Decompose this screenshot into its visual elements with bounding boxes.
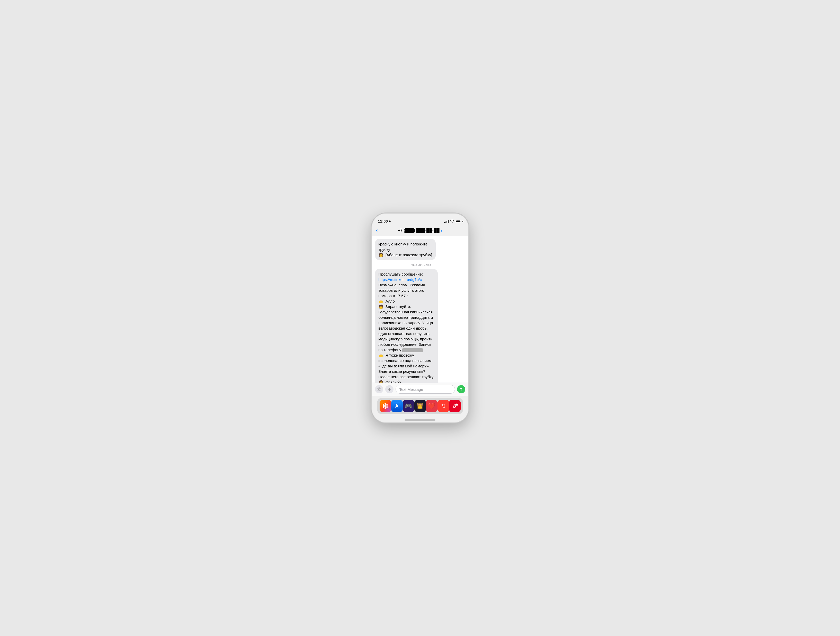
bubble-line13: любое исследование. Запись — [379, 342, 431, 347]
bubble-line18: Знаете какие результаты? — [379, 369, 425, 374]
svg-point-6 — [384, 407, 386, 409]
tinkoff-link[interactable]: https://m.tinkoff.ru/dg7p/c — [379, 277, 422, 282]
camera-button[interactable] — [375, 385, 383, 393]
bubble-line10: велозаводская один дробь, — [379, 326, 428, 330]
bubble-line8: больница номер тринадцать и — [379, 315, 433, 320]
dock-icon-game1[interactable]: 🎮 — [403, 400, 414, 412]
previous-bubble: красную кнопку и положите трубку 🧑: [Або… — [375, 239, 436, 260]
input-placeholder: Text Message — [399, 387, 423, 391]
home-bar — [404, 419, 436, 421]
message-input[interactable]: Text Message — [396, 385, 455, 394]
svg-point-1 — [378, 389, 380, 390]
bubble-line5: 👑: Алло — [379, 299, 395, 303]
notch — [401, 213, 439, 221]
bubble-line17: «Где вы взяли мой номер?». — [379, 364, 430, 368]
dock-area: A 🎮 👸 ❤️ Ч 𝒫 — [372, 396, 468, 417]
info-chevron-icon: › — [441, 229, 442, 233]
dock-icon-appstore[interactable]: A — [391, 400, 403, 412]
main-message-wrapper: Прослушать сообщение: https://m.tinkoff.… — [372, 268, 468, 383]
previous-message-block: красную кнопку и положите трубку 🧑: [Або… — [372, 238, 468, 261]
dock-icon-pinterest[interactable]: 𝒫 — [449, 400, 461, 412]
bubble-line14: по телефону — [379, 347, 401, 352]
bubble-line6: 🧑: Здравствуйте. — [379, 305, 411, 309]
dock-icon-photos[interactable] — [380, 400, 391, 412]
bubble-line3: товаров или услуг с этого — [379, 288, 425, 292]
send-button[interactable] — [457, 385, 465, 393]
bubble-line9: поликлиника по адресу. Улица — [379, 320, 433, 325]
status-icons — [444, 219, 462, 223]
bubble-line19: После него все вешают трубку. — [379, 375, 434, 379]
nav-bar: ‹ +7 (███) ███-██-██ › — [372, 225, 468, 236]
messages-area[interactable]: красную кнопку и положите трубку 🧑: [Або… — [372, 236, 468, 383]
wifi-icon — [450, 219, 454, 223]
redacted-phone — [402, 348, 423, 352]
main-bubble: Прослушать сообщение: https://m.tinkoff.… — [375, 269, 438, 383]
bubble-line1: Прослушать сообщение: — [379, 272, 423, 276]
nav-title: +7 (███) ███-██-██ › — [398, 228, 442, 233]
signal-icon — [444, 220, 448, 223]
dock-icon-game2[interactable]: 👸 — [414, 400, 426, 412]
phone-frame: 11:00 ▶ ‹ — [372, 213, 468, 423]
input-bar: Text Message — [372, 383, 468, 396]
location-icon: ▶ — [389, 220, 391, 223]
back-button[interactable]: ‹ — [376, 227, 378, 234]
timestamp-label: Thu, 2 Jun, 17:58 — [372, 263, 468, 266]
apps-button[interactable] — [385, 385, 393, 393]
svg-point-9 — [384, 405, 386, 407]
bubble-line20: 🧑: Спасибо. — [379, 380, 402, 383]
bubble-line15: 👑: Я тоже провожу — [379, 353, 414, 357]
svg-point-3 — [384, 403, 386, 405]
bubble-line4: номера в 17:57 : — [379, 294, 408, 298]
prev-line2: трубку — [379, 247, 390, 252]
bubble-line12: медицинскую помощь, пройти — [379, 337, 433, 341]
bubble-line11: один оглашает вас получить — [379, 331, 430, 336]
time-label: 11:00 — [378, 219, 388, 223]
dock-icon-heart[interactable]: ❤️ — [426, 400, 437, 412]
bubble-line16: исследование под названием — [379, 358, 431, 363]
home-indicator — [372, 417, 468, 423]
bubble-line7: Государственная клиническая — [379, 310, 433, 314]
prev-line3: 🧑: [Абонент положил трубку] — [379, 253, 433, 257]
contact-number: +7 (███) ███-██-██ — [398, 228, 440, 233]
status-time: 11:00 ▶ — [378, 219, 391, 223]
svg-text:A: A — [395, 403, 399, 409]
prev-line1: красную кнопку и положите — [379, 242, 428, 246]
dock-icon-textapp[interactable]: Ч — [437, 400, 449, 412]
battery-icon — [456, 220, 462, 223]
bubble-line2: Возможно, спам. Реклама — [379, 283, 425, 287]
dock-bar: A 🎮 👸 ❤️ Ч 𝒫 — [377, 398, 463, 414]
